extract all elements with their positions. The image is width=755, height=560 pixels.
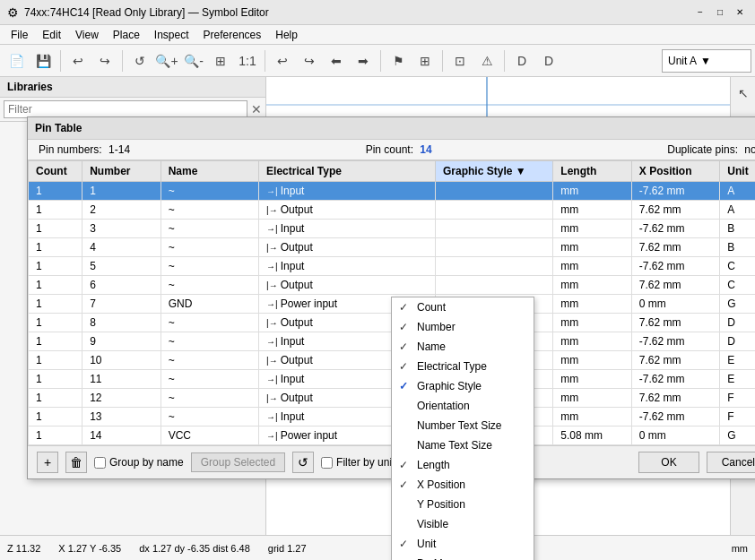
column-menu-item[interactable]: Graphic Style: [392, 376, 534, 396]
cell-name: ~: [161, 201, 258, 220]
cell-gstyle: [436, 220, 553, 238]
cell-unit: B: [720, 238, 755, 257]
cell-length: mm: [553, 389, 632, 408]
filter-input[interactable]: [4, 100, 247, 118]
refresh-table-button[interactable]: ↺: [292, 452, 314, 473]
add-row-button[interactable]: +: [37, 452, 58, 473]
refresh-button[interactable]: ↺: [127, 48, 152, 73]
arrow-right-button[interactable]: ➡: [351, 48, 376, 73]
sidebar-header: Libraries: [0, 77, 265, 98]
zoom-out-button[interactable]: 🔍-: [181, 48, 206, 73]
group-by-name-checkbox[interactable]: [94, 457, 106, 469]
delete-row-button[interactable]: 🗑: [65, 452, 87, 473]
col-header-length[interactable]: Length: [553, 161, 632, 182]
zoom-fit-button[interactable]: ⊞: [208, 48, 233, 73]
table-row[interactable]: 1 2 ~ |→Output mm 7.62 mm A: [29, 201, 756, 220]
ok-button[interactable]: OK: [638, 452, 699, 473]
cell-number: 13: [82, 408, 161, 426]
column-menu-item[interactable]: Y Position: [392, 495, 534, 514]
column-menu-item[interactable]: Electrical Type: [392, 357, 534, 376]
filter-unit-label[interactable]: Filter by unit:: [321, 456, 398, 469]
column-menu-item[interactable]: Visible: [392, 514, 534, 534]
cell-count: 1: [29, 276, 82, 295]
column-menu-item[interactable]: Name: [392, 337, 534, 357]
cell-xpos: 7.62 mm: [631, 238, 719, 257]
cell-name: ~: [161, 370, 258, 389]
new-button[interactable]: 📄: [4, 48, 29, 73]
column-menu-item[interactable]: Number Text Size: [392, 416, 534, 435]
flag-button[interactable]: ⚑: [386, 48, 411, 73]
menu-inspect[interactable]: Inspect: [147, 27, 196, 43]
unit-dropdown-arrow: ▼: [700, 55, 711, 67]
menu-preferences[interactable]: Preferences: [196, 27, 269, 43]
column-menu-item[interactable]: De Morgan: [392, 554, 534, 560]
minimize-button[interactable]: −: [692, 4, 708, 21]
arrow-left-button[interactable]: ⬅: [324, 48, 349, 73]
col-header-unit[interactable]: Unit: [720, 161, 755, 182]
cell-count: 1: [29, 426, 82, 445]
cancel-button[interactable]: Cancel: [707, 452, 755, 473]
column-menu-item[interactable]: Orientation: [392, 396, 534, 416]
cell-count: 1: [29, 351, 82, 370]
redo2-button[interactable]: ↪: [297, 48, 322, 73]
cell-gstyle: [436, 257, 553, 276]
group-selected-button[interactable]: Group Selected: [191, 452, 285, 472]
undo-button[interactable]: ↩: [65, 48, 91, 73]
cell-xpos: 7.62 mm: [631, 314, 719, 332]
column-menu-item[interactable]: Name Text Size: [392, 435, 534, 455]
col-header-number[interactable]: Number: [82, 161, 161, 182]
unit-selector[interactable]: Unit A ▼: [662, 49, 751, 73]
column-menu-item[interactable]: Count: [392, 297, 534, 317]
cell-unit: B: [720, 220, 755, 238]
table-row[interactable]: 1 6 ~ |→Output mm 7.62 mm C: [29, 276, 756, 295]
col-header-gstyle[interactable]: Graphic Style ▼: [436, 161, 553, 182]
shape1-button[interactable]: D: [509, 48, 534, 73]
menu-view[interactable]: View: [68, 27, 106, 43]
menu-help[interactable]: Help: [268, 27, 305, 43]
column-menu-item[interactable]: Number: [392, 317, 534, 337]
warning-button[interactable]: ⚠: [474, 48, 499, 73]
filter-clear-button[interactable]: ✕: [251, 102, 262, 116]
cell-length: mm: [553, 332, 632, 351]
table-row[interactable]: 1 4 ~ |→Output mm 7.62 mm B: [29, 238, 756, 257]
undo2-button[interactable]: ↩: [270, 48, 295, 73]
zoom-actual-button[interactable]: 1:1: [235, 48, 260, 73]
table-row[interactable]: 1 5 ~ →|Input mm -7.62 mm C: [29, 257, 756, 276]
filter-unit-checkbox[interactable]: [321, 457, 333, 469]
component-btn[interactable]: ⊡: [447, 48, 473, 73]
select-tool-button[interactable]: ↖: [731, 81, 756, 106]
redo-button[interactable]: ↪: [92, 48, 117, 73]
cell-xpos: -7.62 mm: [631, 408, 719, 426]
column-menu-item[interactable]: X Position: [392, 475, 534, 495]
status-grid: grid 1.27: [268, 543, 307, 554]
cell-count: 1: [29, 295, 82, 314]
col-header-count[interactable]: Count: [29, 161, 82, 182]
cell-name: ~: [161, 257, 258, 276]
app-icon: ⚙: [7, 5, 19, 20]
menu-place[interactable]: Place: [106, 27, 147, 43]
dialog-info-bar: Pin numbers: 1-14 Pin count: 14 Duplicat…: [28, 140, 755, 160]
col-header-name[interactable]: Name: [161, 161, 258, 182]
shape2-button[interactable]: D: [536, 48, 561, 73]
table-row[interactable]: 1 3 ~ →|Input mm -7.62 mm B: [29, 220, 756, 238]
cell-xpos: -7.62 mm: [631, 332, 719, 351]
cell-length: mm: [553, 220, 632, 238]
column-menu-item[interactable]: Unit: [392, 534, 534, 554]
menu-edit[interactable]: Edit: [35, 27, 68, 43]
table-button[interactable]: ⊞: [412, 48, 438, 73]
save-button[interactable]: 💾: [30, 48, 56, 73]
close-window-button[interactable]: ✕: [732, 4, 748, 21]
toolbar: 📄 💾 ↩ ↪ ↺ 🔍+ 🔍- ⊞ 1:1 ↩ ↪ ⬅ ➡ ⚑ ⊞ ⊡ ⚠ D …: [0, 45, 755, 77]
table-row[interactable]: 1 1 ~ →|Input mm -7.62 mm A: [29, 182, 756, 201]
cell-name: ~: [161, 220, 258, 238]
cell-count: 1: [29, 238, 82, 257]
col-header-xpos[interactable]: X Position: [631, 161, 719, 182]
cell-unit: A: [720, 182, 755, 201]
menu-file[interactable]: File: [4, 27, 35, 43]
zoom-in-button[interactable]: 🔍+: [154, 48, 179, 73]
maximize-button[interactable]: □: [712, 4, 728, 21]
col-header-eltype[interactable]: Electrical Type: [259, 161, 436, 182]
group-by-name-label[interactable]: Group by name: [94, 456, 184, 469]
cell-number: 1: [82, 182, 161, 201]
column-menu-item[interactable]: Length: [392, 455, 534, 475]
